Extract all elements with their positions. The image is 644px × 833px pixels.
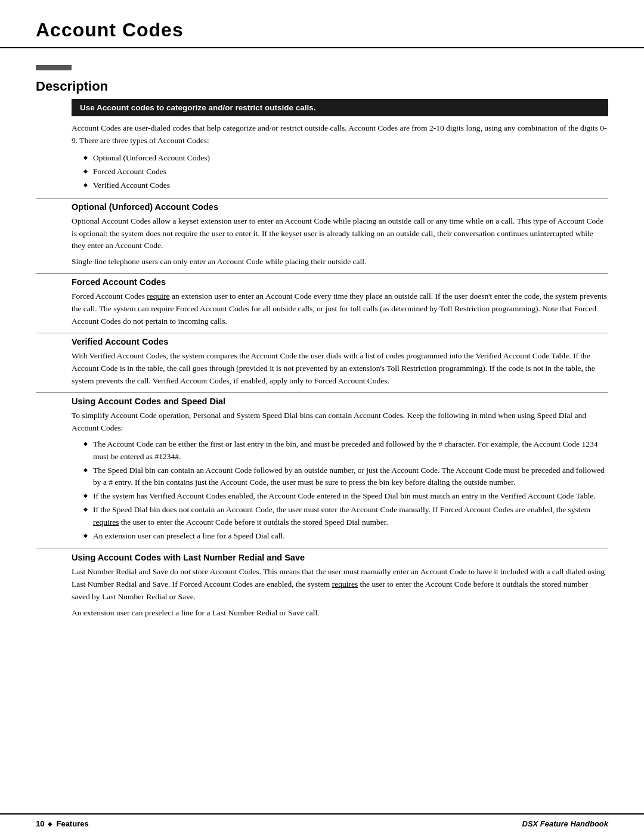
subsection-title-optional: Optional (Unforced) Account Codes <box>72 202 608 212</box>
body-para: Last Number Redial and Save do not store… <box>72 566 608 603</box>
callout-box: Use Account codes to categorize and/or r… <box>72 99 608 116</box>
page-title: Account Codes <box>36 19 184 41</box>
subsection-title-speed-dial: Using Account Codes and Speed Dial <box>72 397 608 406</box>
page-header: Account Codes <box>0 0 644 48</box>
intro-bullet-list: Optional (Unforced Account Codes) Forced… <box>83 152 608 192</box>
list-item: Verified Account Codes <box>83 179 608 192</box>
speed-dial-bullet-list: The Account Code can be either the first… <box>83 438 608 543</box>
body-para: An extension user can preselect a line f… <box>72 607 608 620</box>
subsection-verified: Verified Account Codes With Verified Acc… <box>36 333 608 388</box>
footer-left: 10 ◆ Features <box>36 819 89 828</box>
body-para: With Verified Account Codes, the system … <box>72 350 608 388</box>
description-header: Description <box>36 59 608 94</box>
list-item: The Speed Dial bin can contain an Accoun… <box>83 465 608 490</box>
subsection-title-verified: Verified Account Codes <box>72 337 608 346</box>
list-item: Optional (Unforced Account Codes) <box>83 152 608 165</box>
speed-dial-intro: To simplify Account Code operation, Pers… <box>72 410 608 435</box>
subsection-body-verified: With Verified Account Codes, the system … <box>72 350 608 388</box>
subsection-body-last-number-redial: Last Number Redial and Save do not store… <box>72 566 608 620</box>
subsection-speed-dial: Using Account Codes and Speed Dial To si… <box>36 392 608 543</box>
list-item: Forced Account Codes <box>83 166 608 178</box>
subsection-title-last-number-redial: Using Account Codes with Last Number Red… <box>72 553 608 562</box>
subsection-forced: Forced Account Codes Forced Account Code… <box>36 273 608 328</box>
list-item: The Account Code can be either the first… <box>83 438 608 463</box>
section-header <box>36 65 608 70</box>
page: Account Codes Description Use Account co… <box>0 0 644 833</box>
footer-diamond: ◆ <box>48 820 52 827</box>
intro-text: Account Codes are user-dialed codes that… <box>72 122 608 147</box>
body-para: Forced Account Codes require an extensio… <box>72 290 608 328</box>
page-footer: 10 ◆ Features DSX Feature Handbook <box>0 813 644 833</box>
callout-text: Use Account codes to categorize and/or r… <box>80 103 316 112</box>
section-title: Description <box>36 79 608 94</box>
subsection-title-forced: Forced Account Codes <box>72 277 608 287</box>
page-content: Description Use Account codes to categor… <box>0 48 644 813</box>
subsection-body-optional: Optional Account Codes allow a keyset ex… <box>72 215 608 269</box>
body-para: Single line telephone users can only ent… <box>72 256 608 268</box>
subsection-optional: Optional (Unforced) Account Codes Option… <box>36 198 608 269</box>
description-section: Description Use Account codes to categor… <box>36 59 608 192</box>
footer-features-label: Features <box>56 819 88 828</box>
list-item: An extension user can preselect a line f… <box>83 530 608 543</box>
section-header-bar <box>36 65 72 70</box>
subsection-body-forced: Forced Account Codes require an extensio… <box>72 290 608 328</box>
footer-page-number: 10 <box>36 819 44 828</box>
subsection-body-speed-dial: To simplify Account Code operation, Pers… <box>72 410 608 543</box>
list-item: If the system has Verified Account Codes… <box>83 490 608 503</box>
body-para: Optional Account Codes allow a keyset ex… <box>72 215 608 253</box>
list-item: If the Speed Dial bin does not contain a… <box>83 504 608 529</box>
subsection-last-number-redial: Using Account Codes with Last Number Red… <box>36 549 608 620</box>
footer-handbook-label: DSX Feature Handbook <box>522 819 608 828</box>
